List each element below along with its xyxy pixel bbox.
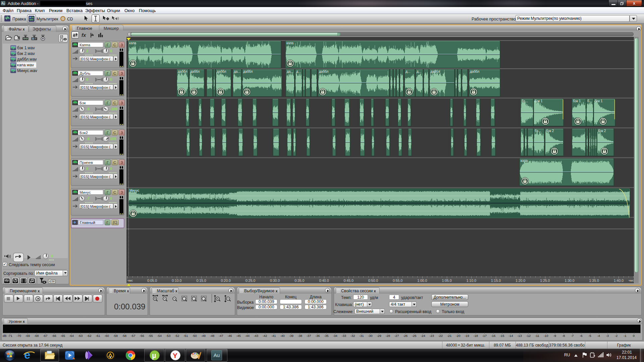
svg-text:даббл: даббл	[430, 70, 440, 73]
svg-text:даббл: даббл	[217, 70, 226, 73]
svg-text:e: e	[24, 349, 30, 361]
svg-text:бэ...: бэ...	[522, 99, 528, 103]
svg-text:даббл: даббл	[190, 70, 200, 73]
svg-text:C:\>: C:\>	[49, 280, 55, 283]
svg-text:даббл: даббл	[243, 70, 253, 73]
svg-text:б...: б...	[587, 99, 592, 103]
svg-text:даббл: даббл	[319, 70, 328, 73]
svg-text:капа: капа	[129, 41, 137, 45]
svg-text:Y: Y	[173, 352, 177, 359]
svg-text:даббл: даббл	[178, 70, 187, 73]
svg-text:бэк 1: бэк 1	[595, 99, 603, 103]
svg-text:бэк 2: бэк 2	[546, 129, 554, 133]
svg-text:д...: д...	[296, 70, 301, 73]
svg-text:µ: µ	[152, 351, 156, 360]
svg-text:да...: да...	[287, 70, 293, 73]
svg-text:капа: капа	[286, 41, 294, 45]
svg-text:бэк 2: бэк 2	[598, 129, 606, 133]
svg-text:д...: д...	[406, 70, 410, 73]
svg-text:бэ...: бэ...	[535, 129, 541, 133]
svg-text:д...: д...	[417, 70, 421, 73]
svg-text:даббл: даббл	[470, 70, 479, 73]
svg-text:да...: да...	[234, 70, 240, 73]
svg-text:бэк 1: бэк 1	[535, 99, 543, 103]
svg-text:Минус: Минус	[129, 189, 139, 192]
svg-text:бэк 1: бэк 1	[573, 99, 581, 103]
svg-text:капа: капа	[521, 159, 528, 163]
